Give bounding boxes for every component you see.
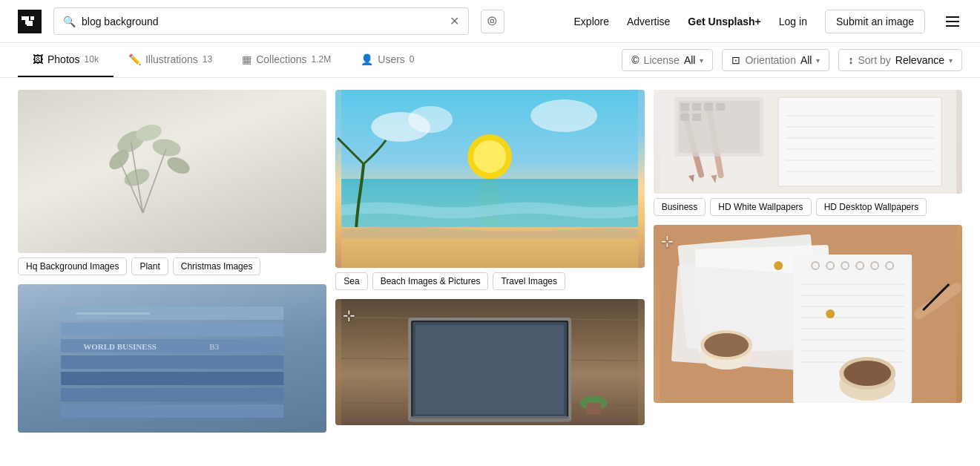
search-clear-icon[interactable]: ✕	[450, 14, 459, 28]
tab-photos[interactable]: 🖼 Photos 10k	[18, 43, 114, 77]
svg-rect-46	[778, 97, 941, 186]
visual-search-button[interactable]	[481, 10, 504, 33]
sort-filter[interactable]: ↕ Sort by Relevance ▾	[838, 49, 962, 71]
tag-hd-desktop[interactable]: HD Desktop Wallpapers	[816, 198, 927, 216]
image-item-eucalyptus[interactable]: Hq Background Images Plant Christmas Ima…	[18, 90, 326, 275]
photos-label: Photos	[47, 53, 80, 65]
tab-users[interactable]: 👤 Users 0	[346, 43, 429, 77]
laptop-wood-image[interactable]: ⊹	[335, 299, 644, 425]
svg-point-8	[165, 154, 192, 177]
svg-point-30	[408, 106, 453, 133]
photos-count: 10k	[85, 54, 99, 65]
tag-beach[interactable]: Beach Images & Pictures	[372, 272, 489, 290]
unsplash-logo[interactable]	[18, 10, 42, 33]
svg-rect-17	[61, 388, 283, 401]
image-item-laptop[interactable]: ⊹	[335, 299, 644, 425]
desk-image[interactable]	[654, 90, 962, 194]
tag-travel[interactable]: Travel Images	[493, 272, 565, 290]
license-icon: ©	[631, 54, 639, 66]
header: 🔍 ✕ Explore Advertise Get Unsplash+ Log …	[0, 0, 980, 43]
svg-rect-62	[716, 103, 725, 111]
eucalyptus-tags: Hq Background Images Plant Christmas Ima…	[18, 257, 326, 275]
advertise-link[interactable]: Advertise	[627, 16, 670, 27]
hamburger-menu[interactable]	[943, 13, 962, 30]
header-nav: Explore Advertise Get Unsplash+ Log in S…	[574, 10, 962, 33]
svg-rect-42	[410, 416, 570, 422]
user-tab-icon: 👤	[361, 53, 373, 65]
photo-tab-icon: 🖼	[33, 53, 43, 65]
svg-rect-63	[680, 114, 689, 121]
svg-text:WORLD BUSINESS: WORLD BUSINESS	[83, 342, 157, 351]
sort-label: Sort by	[858, 54, 890, 66]
tag-plant[interactable]: Plant	[131, 257, 168, 275]
svg-point-86	[704, 333, 749, 357]
search-icon: 🔍	[63, 16, 76, 27]
svg-rect-20	[76, 317, 128, 318]
sort-value: Relevance	[895, 54, 944, 66]
filter-right: © License All ▾ ⊡ Orientation All ▾ ↕ So…	[622, 49, 962, 71]
image-item-newspaper[interactable]: WORLD BUSINESS B3	[18, 284, 326, 433]
image-item-desk[interactable]: Business HD White Wallpapers HD Desktop …	[654, 90, 962, 216]
svg-point-89	[843, 361, 891, 386]
notepad-image[interactable]: ⊹	[654, 225, 962, 403]
image-grid: Hq Background Images Plant Christmas Ima…	[0, 78, 980, 444]
tab-collections[interactable]: ▦ Collections 1.2M	[227, 43, 346, 77]
tag-christmas[interactable]: Christmas Images	[173, 257, 261, 275]
illustrations-count: 13	[203, 54, 212, 65]
collection-tab-icon: ▦	[242, 53, 251, 65]
laptop-placeholder: ⊹	[335, 299, 644, 425]
beach-tags: Sea Beach Images & Pictures Travel Image…	[335, 272, 644, 290]
submit-image-button[interactable]: Submit an image	[825, 10, 925, 33]
svg-rect-60	[692, 103, 701, 111]
collections-count: 1.2M	[312, 54, 332, 65]
svg-rect-18	[61, 404, 283, 418]
search-bar[interactable]: 🔍 ✕	[53, 7, 469, 35]
svg-rect-15	[61, 355, 283, 369]
orientation-value: All	[800, 54, 812, 66]
orientation-label: Orientation	[745, 54, 795, 66]
image-item-notepad[interactable]: ⊹	[654, 225, 962, 403]
license-chevron-icon: ▾	[700, 56, 703, 65]
tag-hq-background[interactable]: Hq Background Images	[18, 257, 127, 275]
tag-business[interactable]: Business	[654, 198, 706, 216]
tag-hd-white[interactable]: HD White Wallpapers	[710, 198, 811, 216]
search-input[interactable]	[82, 16, 444, 27]
image-column-2: Sea Beach Images & Pictures Travel Image…	[335, 90, 644, 425]
svg-rect-19	[76, 312, 150, 315]
tag-sea[interactable]: Sea	[335, 272, 367, 290]
svg-point-91	[774, 261, 783, 270]
svg-point-1	[488, 17, 496, 25]
users-label: Users	[378, 53, 405, 65]
orientation-filter[interactable]: ⊡ Orientation All ▾	[722, 49, 829, 71]
illustration-tab-icon: ✏️	[128, 53, 141, 65]
explore-link[interactable]: Explore	[574, 16, 609, 27]
eucalyptus-placeholder	[18, 90, 326, 253]
svg-rect-64	[692, 114, 701, 121]
orientation-icon: ⊡	[731, 54, 740, 66]
svg-text:B3: B3	[209, 342, 219, 351]
svg-rect-2	[490, 19, 493, 22]
beach-image[interactable]	[335, 90, 644, 268]
svg-point-92	[826, 309, 835, 318]
desk-tags: Business HD White Wallpapers HD Desktop …	[654, 198, 962, 216]
beach-placeholder	[335, 90, 644, 268]
sort-chevron-icon: ▾	[949, 56, 953, 65]
login-link[interactable]: Log in	[779, 16, 807, 27]
image-column-1: Hq Background Images Plant Christmas Ima…	[18, 90, 326, 433]
license-filter[interactable]: © License All ▾	[622, 49, 713, 71]
image-item-beach[interactable]: Sea Beach Images & Pictures Travel Image…	[335, 90, 644, 290]
image-column-3: Business HD White Wallpapers HD Desktop …	[654, 90, 962, 403]
plus-icon: ⊹	[343, 306, 355, 324]
newspaper-image[interactable]: WORLD BUSINESS B3	[18, 284, 326, 433]
eucalyptus-image[interactable]	[18, 90, 326, 253]
svg-rect-13	[61, 323, 283, 336]
svg-rect-16	[61, 372, 283, 385]
license-value: All	[684, 54, 696, 66]
svg-rect-59	[680, 103, 689, 111]
tab-illustrations[interactable]: ✏️ Illustrations 13	[114, 43, 227, 77]
notepad-placeholder: ⊹	[654, 225, 962, 403]
orientation-chevron-icon: ▾	[816, 56, 820, 65]
get-plus-link[interactable]: Get Unsplash+	[688, 16, 760, 27]
plus-icon-2: ⊹	[661, 232, 674, 250]
svg-point-31	[530, 99, 597, 132]
